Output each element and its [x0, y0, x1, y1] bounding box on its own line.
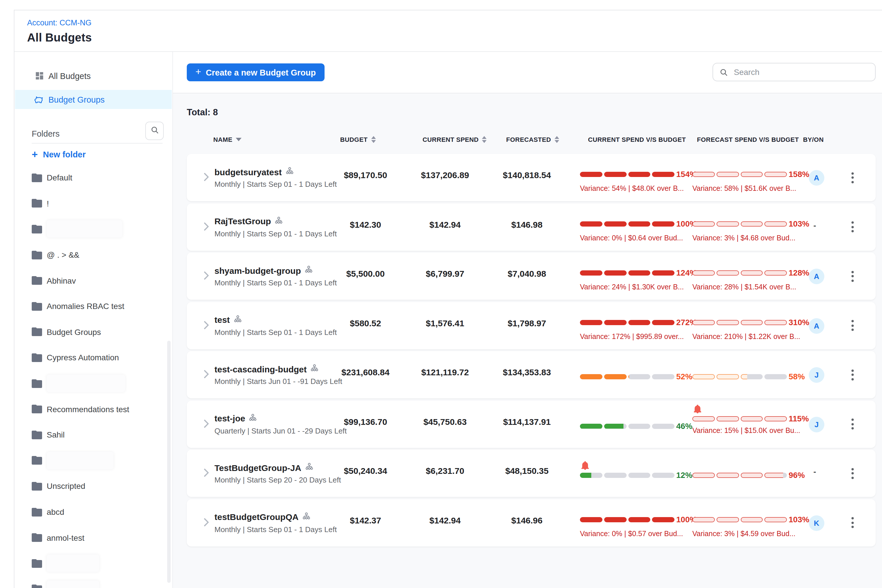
column-header-forecast-vs-budget: FORECAST SPEND V/S BUDGET — [697, 136, 799, 143]
budget-group-row[interactable]: RajTestGroup Monthly | Starts Sep 01 - 1… — [187, 203, 876, 250]
column-header-current-spend[interactable]: CURRENT SPEND — [423, 136, 487, 143]
budget-schedule: Monthly | Starts Sep 01 - 1 Days Left — [214, 328, 337, 336]
folder-item[interactable]: ! — [14, 190, 172, 216]
search-icon — [150, 125, 159, 136]
kebab-menu-icon[interactable] — [848, 317, 857, 333]
current-variance-text: Variance: 54% | $48.0K over B... — [580, 184, 684, 192]
folders-search-button[interactable] — [145, 122, 164, 140]
folder-item[interactable]: Abhinav — [14, 268, 172, 293]
column-header-forecasted[interactable]: FORECASTED — [506, 136, 559, 143]
kebab-menu-icon[interactable] — [848, 367, 857, 383]
kebab-menu-icon[interactable] — [848, 514, 857, 531]
folder-label: Unscripted — [47, 482, 86, 491]
budget-amount: $50,240.34 — [344, 466, 387, 476]
new-folder-button[interactable]: + New folder — [32, 150, 86, 159]
new-folder-label: New folder — [43, 150, 86, 159]
folder-item[interactable]: @ . > && — [14, 242, 172, 268]
hierarchy-icon — [305, 462, 313, 473]
forecast-spend-percent: 58% — [789, 372, 805, 381]
chevron-right-icon[interactable] — [204, 272, 208, 282]
folder-item[interactable] — [14, 370, 172, 396]
folder-item[interactable] — [14, 216, 172, 242]
budget-schedule: Monthly | Starts Sep 01 - 1 Days Left — [214, 278, 337, 287]
forecasted-amount: $146.96 — [512, 515, 543, 525]
search-input[interactable] — [733, 67, 875, 77]
folder-item[interactable]: anmol-test — [14, 525, 172, 550]
chevron-right-icon[interactable] — [204, 321, 208, 331]
forecasted-amount: $114,137.91 — [503, 417, 550, 426]
budget-group-row[interactable]: shyam-budget-group Monthly | Starts Sep … — [187, 252, 876, 300]
sort-icon — [555, 136, 559, 143]
budget-group-name[interactable]: budgetsuryatest — [214, 167, 282, 177]
budget-group-name[interactable]: testBudgetGroupQA — [214, 512, 298, 522]
forecast-spend-percent: 128% — [789, 268, 809, 277]
folder-item[interactable]: Default — [14, 165, 172, 190]
current-spend-bar — [580, 423, 675, 429]
kebab-menu-icon[interactable] — [848, 219, 857, 235]
folder-item[interactable] — [14, 448, 172, 473]
total-count: Total: 8 — [187, 107, 218, 118]
folder-label-redacted — [47, 220, 122, 238]
budget-group-name[interactable]: test-cascading-budget — [214, 364, 307, 374]
budget-group-name[interactable]: shyam-budget-group — [214, 266, 301, 275]
create-budget-group-label: Create a new Budget Group — [206, 68, 316, 77]
budget-group-name[interactable]: TestBudgetGroup-JA — [214, 463, 301, 472]
folder-item[interactable]: Budget Groups — [14, 319, 172, 345]
chevron-right-icon[interactable] — [204, 222, 208, 232]
budget-amount: $142.30 — [350, 219, 381, 229]
current-variance-text: Variance: 0% | $0.64 over Bud... — [580, 234, 683, 242]
budget-group-row[interactable]: test-cascading-budget Monthly | Starts J… — [187, 351, 876, 398]
folder-item[interactable] — [14, 550, 172, 576]
folder-label-redacted — [47, 580, 99, 588]
budget-amount: $231,608.84 — [342, 367, 390, 377]
sidebar-scrollbar[interactable] — [167, 341, 171, 583]
folder-item[interactable] — [14, 576, 172, 588]
folder-item[interactable]: Recommendations test — [14, 396, 172, 422]
current-spend-bar — [580, 374, 675, 380]
chevron-right-icon[interactable] — [204, 518, 208, 528]
kebab-menu-icon[interactable] — [848, 465, 857, 482]
kebab-menu-icon[interactable] — [848, 268, 857, 284]
chevron-right-icon[interactable] — [204, 370, 208, 381]
budget-group-row[interactable]: TestBudgetGroup-JA Monthly | Starts Sep … — [187, 450, 876, 497]
folder-item[interactable]: abcd — [14, 499, 172, 525]
folder-label: ! — [47, 199, 49, 208]
column-header-name[interactable]: NAME — [213, 136, 242, 143]
column-header-budget[interactable]: BUDGET — [340, 136, 376, 143]
chevron-right-icon[interactable] — [204, 469, 208, 479]
budget-group-name[interactable]: test — [214, 315, 230, 324]
folder-label: Abhinav — [47, 276, 76, 285]
folder-icon — [32, 225, 42, 234]
budget-group-row[interactable]: testBudgetGroupQA Monthly | Starts Sep 0… — [187, 499, 876, 546]
kebab-menu-icon[interactable] — [848, 416, 857, 432]
piggy-bank-icon — [34, 94, 44, 105]
forecast-spend-percent: 158% — [789, 170, 809, 179]
avatar: A — [809, 268, 824, 284]
sidebar-item-budget-groups[interactable]: Budget Groups — [15, 90, 172, 109]
budget-group-name[interactable]: test-joe — [214, 413, 245, 423]
budget-group-name[interactable]: RajTestGroup — [214, 216, 271, 226]
budget-group-row[interactable]: test-joe Quarterly | Starts Jun 01 - -29… — [187, 400, 876, 448]
folder-item[interactable]: Unscripted — [14, 473, 172, 499]
sidebar-item-all-budgets[interactable]: All Budgets — [15, 66, 172, 86]
kebab-menu-icon[interactable] — [848, 170, 857, 186]
chevron-right-icon[interactable] — [204, 419, 208, 430]
folder-label-redacted — [47, 375, 125, 392]
folder-item[interactable]: Sahil — [14, 422, 172, 448]
plus-icon: + — [195, 66, 201, 78]
forecast-spend-bar — [692, 374, 787, 380]
budget-group-row[interactable]: test Monthly | Starts Sep 01 - 1 Days Le… — [187, 302, 876, 349]
content: All Budgets Budget Groups Folders — [14, 52, 882, 588]
current-spend-amount: $142.94 — [429, 219, 460, 229]
folder-item[interactable]: Cypress Automation — [14, 345, 172, 370]
create-budget-group-button[interactable]: + Create a new Budget Group — [187, 63, 324, 81]
account-breadcrumb-link[interactable]: Account: CCM-NG — [27, 18, 92, 27]
folder-list: Default ! @ . > && Abhinav Anomalies RBA… — [14, 165, 172, 588]
hierarchy-icon — [286, 166, 293, 177]
current-spend-percent: 52% — [676, 372, 692, 381]
budget-group-row[interactable]: budgetsuryatest Monthly | Starts Sep 01 … — [187, 154, 876, 201]
chevron-right-icon[interactable] — [204, 173, 208, 183]
forecast-spend-percent: 115% — [789, 414, 809, 423]
folder-item[interactable]: Anomalies RBAC test — [14, 293, 172, 319]
search-box — [712, 63, 876, 81]
